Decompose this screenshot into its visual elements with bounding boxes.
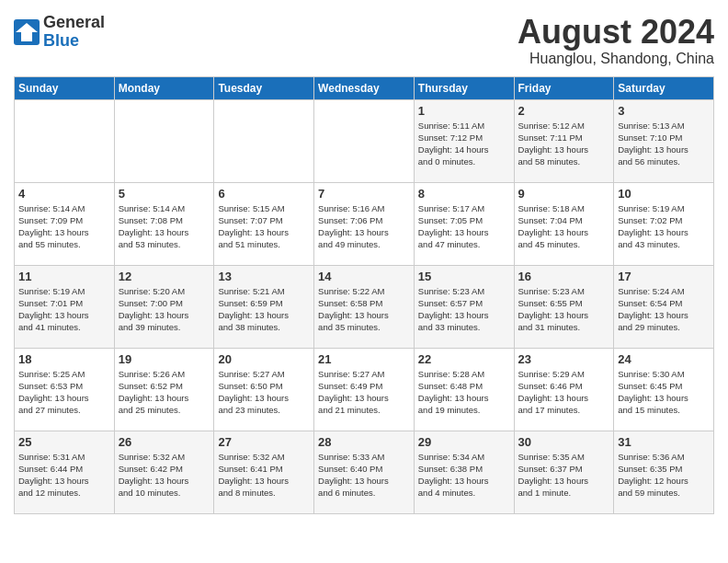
calendar-cell: 21Sunrise: 5:27 AM Sunset: 6:49 PM Dayli… <box>314 348 415 431</box>
day-info: Sunrise: 5:11 AM Sunset: 7:12 PM Dayligh… <box>418 120 510 168</box>
logo-icon <box>14 19 40 45</box>
day-number: 16 <box>518 270 610 283</box>
calendar-cell: 2Sunrise: 5:12 AM Sunset: 7:11 PM Daylig… <box>514 99 614 182</box>
day-number: 3 <box>618 104 710 118</box>
month-year: August 2024 <box>518 14 714 51</box>
day-number: 21 <box>318 352 410 366</box>
calendar-cell: 6Sunrise: 5:15 AM Sunset: 7:07 PM Daylig… <box>214 182 314 265</box>
calendar-cell: 4Sunrise: 5:14 AM Sunset: 7:09 PM Daylig… <box>15 182 115 265</box>
day-info: Sunrise: 5:23 AM Sunset: 6:55 PM Dayligh… <box>518 285 610 334</box>
day-info: Sunrise: 5:33 AM Sunset: 6:40 PM Dayligh… <box>318 451 410 500</box>
day-info: Sunrise: 5:14 AM Sunset: 7:08 PM Dayligh… <box>119 202 210 251</box>
day-info: Sunrise: 5:23 AM Sunset: 6:57 PM Dayligh… <box>418 285 510 334</box>
calendar-cell: 5Sunrise: 5:14 AM Sunset: 7:08 PM Daylig… <box>114 182 214 265</box>
calendar-cell: 10Sunrise: 5:19 AM Sunset: 7:02 PM Dayli… <box>614 182 714 265</box>
day-number: 8 <box>418 187 510 201</box>
week-row-2: 4Sunrise: 5:14 AM Sunset: 7:09 PM Daylig… <box>15 182 714 265</box>
week-row-3: 11Sunrise: 5:19 AM Sunset: 7:01 PM Dayli… <box>15 265 714 348</box>
week-row-5: 25Sunrise: 5:31 AM Sunset: 6:44 PM Dayli… <box>15 431 714 513</box>
logo-text: General Blue <box>43 14 105 51</box>
day-number: 10 <box>618 187 710 201</box>
calendar-cell: 12Sunrise: 5:20 AM Sunset: 7:00 PM Dayli… <box>114 265 214 348</box>
day-number: 24 <box>618 352 710 366</box>
day-number: 11 <box>18 270 110 283</box>
calendar-cell: 23Sunrise: 5:29 AM Sunset: 6:46 PM Dayli… <box>514 348 614 431</box>
weekday-header-tuesday: Tuesday <box>214 76 314 99</box>
calendar-cell: 15Sunrise: 5:23 AM Sunset: 6:57 PM Dayli… <box>414 265 514 348</box>
day-number: 14 <box>318 270 410 283</box>
weekday-header-sunday: Sunday <box>15 76 115 99</box>
day-info: Sunrise: 5:26 AM Sunset: 6:52 PM Dayligh… <box>119 368 210 417</box>
logo: General Blue <box>14 14 105 51</box>
day-number: 30 <box>518 435 610 449</box>
day-number: 20 <box>218 352 310 366</box>
calendar-cell: 27Sunrise: 5:32 AM Sunset: 6:41 PM Dayli… <box>214 431 314 513</box>
day-number: 7 <box>318 187 410 201</box>
day-info: Sunrise: 5:32 AM Sunset: 6:42 PM Dayligh… <box>119 451 210 500</box>
day-number: 22 <box>418 352 510 366</box>
calendar-cell: 24Sunrise: 5:30 AM Sunset: 6:45 PM Dayli… <box>614 348 714 431</box>
calendar-cell <box>114 99 214 182</box>
day-info: Sunrise: 5:12 AM Sunset: 7:11 PM Dayligh… <box>518 120 610 168</box>
weekday-header-monday: Monday <box>114 76 214 99</box>
day-info: Sunrise: 5:22 AM Sunset: 6:58 PM Dayligh… <box>318 285 410 334</box>
week-row-4: 18Sunrise: 5:25 AM Sunset: 6:53 PM Dayli… <box>15 348 714 431</box>
day-number: 28 <box>318 435 410 449</box>
calendar-cell: 3Sunrise: 5:13 AM Sunset: 7:10 PM Daylig… <box>614 99 714 182</box>
day-info: Sunrise: 5:35 AM Sunset: 6:37 PM Dayligh… <box>518 451 610 500</box>
day-info: Sunrise: 5:18 AM Sunset: 7:04 PM Dayligh… <box>518 202 610 251</box>
day-info: Sunrise: 5:27 AM Sunset: 6:49 PM Dayligh… <box>318 368 410 417</box>
day-number: 25 <box>18 435 110 449</box>
day-info: Sunrise: 5:20 AM Sunset: 7:00 PM Dayligh… <box>119 285 210 334</box>
weekday-header-row: SundayMondayTuesdayWednesdayThursdayFrid… <box>15 76 714 99</box>
calendar-cell: 30Sunrise: 5:35 AM Sunset: 6:37 PM Dayli… <box>514 431 614 513</box>
calendar-cell <box>314 99 415 182</box>
calendar-cell: 14Sunrise: 5:22 AM Sunset: 6:58 PM Dayli… <box>314 265 415 348</box>
logo-blue: Blue <box>43 31 79 50</box>
day-info: Sunrise: 5:16 AM Sunset: 7:06 PM Dayligh… <box>318 202 410 251</box>
day-number: 1 <box>418 104 510 118</box>
logo-general: General <box>43 13 105 31</box>
location: Huanglou, Shandong, China <box>518 51 714 67</box>
day-number: 12 <box>119 270 210 283</box>
day-info: Sunrise: 5:19 AM Sunset: 7:02 PM Dayligh… <box>618 202 710 251</box>
calendar-cell: 29Sunrise: 5:34 AM Sunset: 6:38 PM Dayli… <box>414 431 514 513</box>
calendar-cell: 28Sunrise: 5:33 AM Sunset: 6:40 PM Dayli… <box>314 431 415 513</box>
day-info: Sunrise: 5:19 AM Sunset: 7:01 PM Dayligh… <box>18 285 110 334</box>
day-number: 31 <box>618 435 710 449</box>
day-number: 13 <box>218 270 310 283</box>
day-info: Sunrise: 5:13 AM Sunset: 7:10 PM Dayligh… <box>618 120 710 168</box>
calendar-cell: 18Sunrise: 5:25 AM Sunset: 6:53 PM Dayli… <box>15 348 115 431</box>
week-row-1: 1Sunrise: 5:11 AM Sunset: 7:12 PM Daylig… <box>15 99 714 182</box>
day-number: 18 <box>18 352 110 366</box>
weekday-header-saturday: Saturday <box>614 76 714 99</box>
day-info: Sunrise: 5:28 AM Sunset: 6:48 PM Dayligh… <box>418 368 510 417</box>
day-info: Sunrise: 5:30 AM Sunset: 6:45 PM Dayligh… <box>618 368 710 417</box>
day-number: 9 <box>518 187 610 201</box>
day-number: 4 <box>18 187 110 201</box>
day-info: Sunrise: 5:21 AM Sunset: 6:59 PM Dayligh… <box>218 285 310 334</box>
day-number: 27 <box>218 435 310 449</box>
calendar-cell: 7Sunrise: 5:16 AM Sunset: 7:06 PM Daylig… <box>314 182 415 265</box>
day-info: Sunrise: 5:14 AM Sunset: 7:09 PM Dayligh… <box>18 202 110 251</box>
calendar-table: SundayMondayTuesdayWednesdayThursdayFrid… <box>14 76 714 514</box>
day-info: Sunrise: 5:27 AM Sunset: 6:50 PM Dayligh… <box>218 368 310 417</box>
day-info: Sunrise: 5:25 AM Sunset: 6:53 PM Dayligh… <box>18 368 110 417</box>
title-block: August 2024 Huanglou, Shandong, China <box>518 14 714 67</box>
calendar-cell: 26Sunrise: 5:32 AM Sunset: 6:42 PM Dayli… <box>114 431 214 513</box>
day-number: 17 <box>618 270 710 283</box>
calendar-cell: 9Sunrise: 5:18 AM Sunset: 7:04 PM Daylig… <box>514 182 614 265</box>
day-number: 15 <box>418 270 510 283</box>
calendar-cell: 16Sunrise: 5:23 AM Sunset: 6:55 PM Dayli… <box>514 265 614 348</box>
calendar-cell: 17Sunrise: 5:24 AM Sunset: 6:54 PM Dayli… <box>614 265 714 348</box>
calendar-cell: 8Sunrise: 5:17 AM Sunset: 7:05 PM Daylig… <box>414 182 514 265</box>
calendar-cell: 25Sunrise: 5:31 AM Sunset: 6:44 PM Dayli… <box>15 431 115 513</box>
calendar-cell: 20Sunrise: 5:27 AM Sunset: 6:50 PM Dayli… <box>214 348 314 431</box>
calendar-cell: 13Sunrise: 5:21 AM Sunset: 6:59 PM Dayli… <box>214 265 314 348</box>
weekday-header-wednesday: Wednesday <box>314 76 415 99</box>
day-number: 5 <box>119 187 210 201</box>
day-number: 26 <box>119 435 210 449</box>
day-number: 29 <box>418 435 510 449</box>
day-number: 2 <box>518 104 610 118</box>
day-info: Sunrise: 5:29 AM Sunset: 6:46 PM Dayligh… <box>518 368 610 417</box>
